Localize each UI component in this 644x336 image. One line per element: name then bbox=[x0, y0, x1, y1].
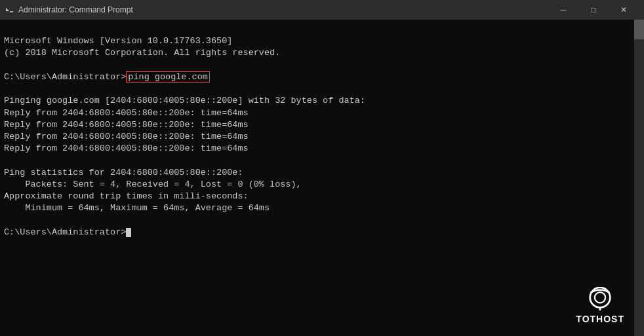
stats-times: Minimum = 64ms, Maximum = 64ms, Average … bbox=[4, 203, 270, 213]
maximize-button[interactable]: □ bbox=[578, 0, 609, 20]
window-title: Administrator: Command Prompt bbox=[18, 5, 133, 14]
stats-packets: Packets: Sent = 4, Received = 4, Lost = … bbox=[4, 179, 302, 189]
title-bar: Administrator: Command Prompt ─ □ ✕ bbox=[0, 0, 644, 20]
window-controls: ─ □ ✕ bbox=[548, 0, 639, 20]
copyright-line: (c) 2018 Microsoft Corporation. All righ… bbox=[4, 48, 280, 58]
watermark-tot: TOT bbox=[576, 314, 596, 324]
reply-4: Reply from 2404:6800:4005:80e::200e: tim… bbox=[4, 143, 249, 153]
svg-point-4 bbox=[595, 292, 605, 303]
watermark-host: HOST bbox=[596, 314, 624, 324]
watermark: TOTHOST bbox=[576, 287, 624, 326]
stats-approx: Approximate round trip times in milli-se… bbox=[4, 191, 249, 201]
title-bar-left: Administrator: Command Prompt bbox=[4, 5, 133, 15]
cmd-icon bbox=[4, 5, 14, 15]
watermark-text: TOTHOST bbox=[576, 313, 624, 326]
reply-1: Reply from 2404:6800:4005:80e::200e: tim… bbox=[4, 108, 249, 118]
terminal-output: Microsoft Windows [Version 10.0.17763.36… bbox=[4, 24, 640, 250]
scrollbar-thumb[interactable] bbox=[634, 20, 644, 39]
terminal-cursor bbox=[126, 228, 131, 237]
stats-header: Ping statistics for 2404:6800:4005:80e::… bbox=[4, 168, 243, 177]
terminal-window[interactable]: Microsoft Windows [Version 10.0.17763.36… bbox=[0, 20, 644, 336]
reply-3: Reply from 2404:6800:4005:80e::200e: tim… bbox=[4, 132, 249, 141]
scrollbar[interactable] bbox=[634, 20, 644, 336]
tothost-logo-icon bbox=[584, 287, 616, 310]
close-button[interactable]: ✕ bbox=[609, 0, 639, 20]
version-line: Microsoft Windows [Version 10.0.17763.36… bbox=[4, 36, 232, 46]
minimize-button[interactable]: ─ bbox=[548, 0, 578, 20]
prompt-line-1: C:\Users\Administrator>ping google.com bbox=[4, 71, 210, 83]
reply-2: Reply from 2404:6800:4005:80e::200e: tim… bbox=[4, 120, 249, 130]
prompt-line-2: C:\Users\Administrator> bbox=[4, 227, 131, 237]
ping-header: Pinging google.com [2404:6800:4005:80e::… bbox=[4, 96, 365, 105]
command-highlight: ping google.com bbox=[126, 71, 210, 83]
